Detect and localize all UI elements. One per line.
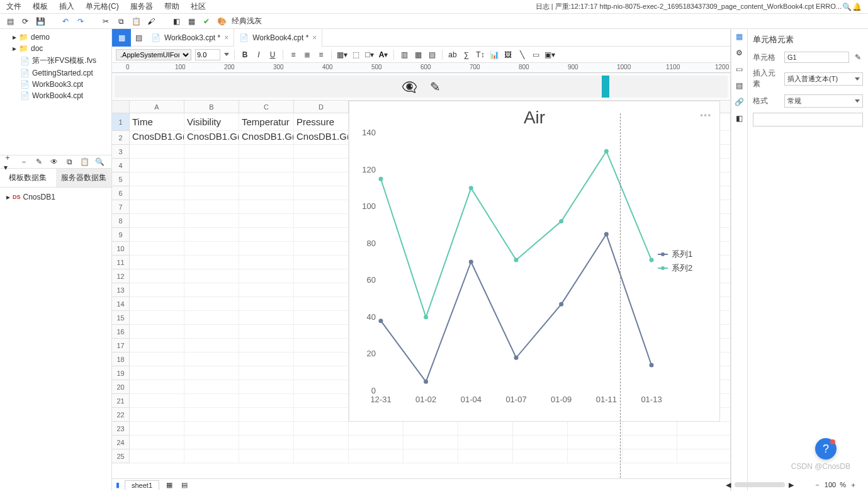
cell[interactable] (184, 159, 239, 172)
cell[interactable] (513, 449, 568, 463)
cell[interactable] (239, 311, 294, 325)
brush-icon[interactable]: 🖌 (146, 16, 156, 26)
cell[interactable] (184, 186, 239, 200)
row-20[interactable]: 20 (112, 380, 130, 394)
cell[interactable] (184, 436, 239, 449)
align-center-icon[interactable]: ≣ (302, 50, 312, 60)
group3-icon[interactable]: ▤ (427, 50, 437, 60)
close-icon[interactable]: × (312, 33, 317, 42)
group1-icon[interactable]: ▥ (399, 50, 409, 60)
tab-template-ds[interactable]: 模板数据集 (0, 169, 56, 187)
row-12[interactable]: 12 (112, 269, 130, 283)
cell[interactable] (403, 422, 458, 436)
cell[interactable] (294, 172, 349, 186)
cell[interactable] (130, 380, 184, 394)
row-15[interactable]: 15 (112, 311, 130, 325)
cell[interactable] (294, 366, 349, 380)
cell[interactable] (294, 311, 349, 325)
ds-remove-icon[interactable]: － (19, 157, 29, 167)
undo-icon[interactable]: ↶ (60, 16, 70, 26)
cell[interactable] (239, 436, 294, 449)
menu-template[interactable]: 模板 (33, 1, 48, 12)
row-8[interactable]: 8 (112, 214, 130, 228)
cell[interactable] (294, 339, 349, 353)
cell[interactable] (130, 242, 184, 256)
cell[interactable] (677, 422, 730, 436)
copy-icon[interactable]: ⧉ (116, 16, 126, 26)
cell[interactable] (349, 422, 403, 436)
close-icon[interactable]: × (224, 33, 228, 42)
cell[interactable] (184, 311, 239, 325)
cell[interactable] (677, 436, 730, 449)
underline-icon[interactable]: U (268, 50, 278, 60)
menu-server[interactable]: 服务器 (130, 1, 153, 12)
group2-icon[interactable]: ▦ (413, 50, 423, 60)
cell[interactable] (184, 145, 239, 159)
cell[interactable] (130, 172, 184, 186)
cell[interactable]: CnosDB1.G( (239, 131, 294, 145)
edit-cell-icon[interactable]: ✎ (853, 52, 863, 62)
insert-type-select[interactable]: 插入普通文本(T) (784, 72, 863, 86)
cell[interactable] (294, 436, 349, 449)
cell[interactable] (239, 159, 294, 172)
richtext-icon[interactable]: T↕ (475, 50, 485, 60)
cell[interactable] (130, 353, 184, 366)
font-select[interactable]: .AppleSystemUIFont (116, 49, 191, 60)
save-icon[interactable]: 💾 (35, 16, 45, 26)
cell[interactable] (184, 366, 239, 380)
cell[interactable] (130, 256, 184, 269)
chart-air[interactable]: Air ••• 02040608010012014012-3101-0201-0… (349, 101, 720, 422)
col-D[interactable]: D (294, 101, 349, 113)
cell[interactable] (294, 145, 349, 159)
cell[interactable] (239, 422, 294, 436)
cell[interactable] (130, 408, 184, 422)
cell[interactable] (294, 214, 349, 228)
image-icon[interactable]: 🖼 (503, 50, 513, 60)
row-1[interactable]: 1 (112, 113, 130, 131)
cell[interactable] (184, 283, 239, 297)
cell[interactable] (294, 394, 349, 408)
slash-icon[interactable]: ╲ (517, 50, 527, 60)
cell[interactable] (184, 242, 239, 256)
tree-file-getting[interactable]: 📄GettingStarted.cpt (4, 67, 108, 79)
zoom-out-icon[interactable]: － (814, 480, 821, 490)
redo-icon[interactable]: ↷ (76, 16, 86, 26)
cell[interactable] (513, 436, 568, 449)
col-B[interactable]: B (184, 101, 239, 113)
row-24[interactable]: 24 (112, 436, 130, 449)
chart-menu-icon[interactable]: ••• (700, 111, 712, 120)
ds-paste-icon[interactable]: 📋 (79, 157, 89, 167)
row-7[interactable]: 7 (112, 200, 130, 214)
cell[interactable] (184, 172, 239, 186)
cell[interactable] (130, 394, 184, 408)
cell[interactable] (239, 214, 294, 228)
chart-icon[interactable]: 📊 (489, 50, 499, 60)
row-3[interactable]: 3 (112, 145, 130, 159)
cell-ref-input[interactable]: G1 (784, 52, 849, 63)
row-21[interactable]: 21 (112, 394, 130, 408)
cell[interactable]: Temperatur (239, 113, 294, 131)
cell[interactable] (294, 256, 349, 269)
cell[interactable] (130, 145, 184, 159)
menu-file[interactable]: 文件 (6, 1, 21, 12)
menu-insert[interactable]: 插入 (59, 1, 74, 12)
italic-icon[interactable]: I (254, 50, 264, 60)
cell[interactable]: CnosDB1.G( (130, 131, 184, 145)
cell[interactable] (184, 256, 239, 269)
cell[interactable] (623, 436, 677, 449)
row-22[interactable]: 22 (112, 408, 130, 422)
merge-icon[interactable]: ⬚ (351, 50, 361, 60)
search-icon[interactable]: 🔍 (842, 2, 852, 12)
row-5[interactable]: 5 (112, 172, 130, 186)
select-all-corner[interactable] (112, 101, 130, 113)
help-button[interactable]: ? (815, 438, 837, 460)
tree-folder-doc[interactable]: ▸📁doc (4, 43, 108, 54)
cell[interactable] (130, 366, 184, 380)
cell[interactable] (184, 353, 239, 366)
cell[interactable] (294, 422, 349, 436)
cell[interactable] (239, 269, 294, 283)
tool2-icon[interactable]: ▦ (186, 16, 196, 26)
panel-link-icon[interactable]: 🔗 (735, 97, 745, 107)
row-25[interactable]: 25 (112, 449, 130, 463)
theme-icon[interactable]: 🎨 (217, 16, 227, 26)
